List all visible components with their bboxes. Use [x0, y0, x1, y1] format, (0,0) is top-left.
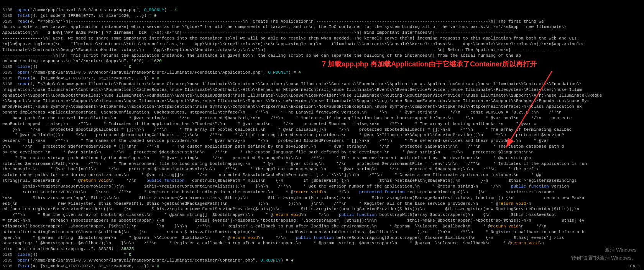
terminal-output: 6185 open("/home/php/laravel-8.5.9/boots… [0, 0, 644, 270]
cursor-position: 184,1 [628, 263, 640, 269]
